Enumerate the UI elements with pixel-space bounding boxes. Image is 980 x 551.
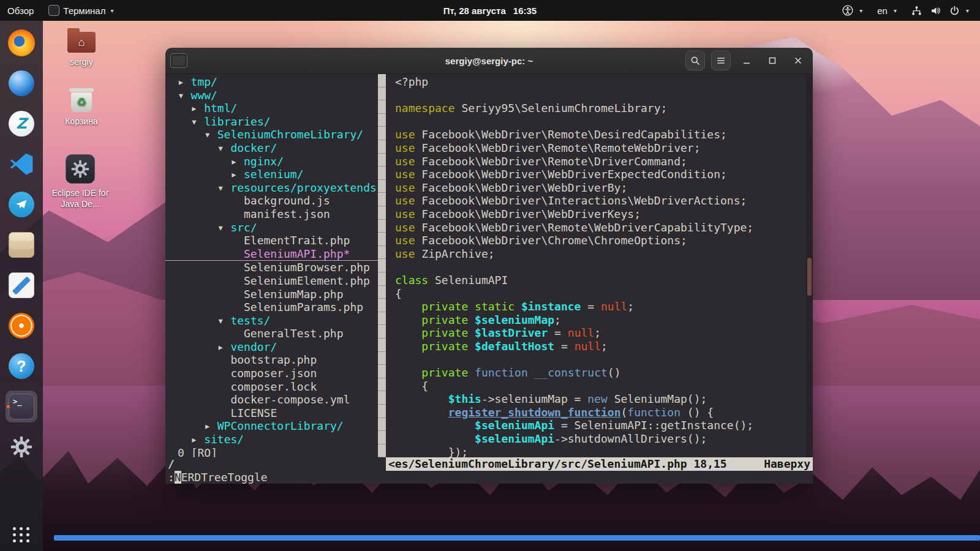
tree-item-tests[interactable]: ▾tests/ bbox=[165, 314, 378, 328]
tree-item-seleniumelement-php[interactable]: SeleniumElement.php bbox=[165, 274, 378, 288]
gear-icon bbox=[10, 436, 32, 458]
tree-item-seleniumapi-php[interactable]: SeleniumAPI.php* bbox=[165, 247, 378, 261]
titlebar[interactable]: sergiy@sergiy-pc: ~ bbox=[165, 48, 813, 74]
tree-item-docker[interactable]: ▾docker/ bbox=[165, 141, 378, 155]
vim-command-line[interactable]: :NERDTreeToggle bbox=[165, 471, 813, 484]
chevron-right-icon[interactable]: ▸ bbox=[178, 75, 191, 89]
chevron-down-icon[interactable]: ▾ bbox=[191, 115, 205, 129]
desktop-icon-trash[interactable]: ♻ Корзина bbox=[43, 88, 119, 127]
search-button[interactable] bbox=[685, 51, 705, 70]
tree-item-seleniummap-php[interactable]: SeleniumMap.php bbox=[165, 288, 378, 301]
dock-terminal[interactable]: >_ bbox=[6, 391, 37, 422]
tree-item-background-js[interactable]: background.js bbox=[165, 194, 378, 208]
maximize-button[interactable] bbox=[763, 51, 782, 70]
chevron-down-icon[interactable]: ▾ bbox=[178, 89, 191, 102]
chevron-down-icon[interactable]: ▾ bbox=[217, 181, 231, 195]
tree-item-label: sites/ bbox=[204, 433, 244, 446]
dock-telegram[interactable] bbox=[6, 189, 37, 220]
menu-button[interactable] bbox=[711, 51, 731, 70]
split-separator[interactable] bbox=[378, 74, 386, 457]
editor-statusline: <es/SeleniumChromeLibrary/src/SeleniumAP… bbox=[386, 457, 813, 471]
tree-item-selenium[interactable]: ▸selenium/ bbox=[165, 168, 378, 181]
bottom-window-edge[interactable] bbox=[54, 535, 980, 541]
close-button[interactable] bbox=[788, 51, 808, 70]
keyboard-layout-menu[interactable]: en ▾ bbox=[870, 0, 904, 21]
dock-browser-sphere[interactable] bbox=[6, 67, 37, 99]
tree-item-bootstrap-php[interactable]: bootstrap.php bbox=[165, 353, 378, 367]
dock-files[interactable] bbox=[6, 229, 37, 261]
scrollbar-track[interactable] bbox=[806, 74, 813, 457]
tree-item-libraries[interactable]: ▾libraries/ bbox=[165, 115, 378, 129]
tree-item-label: background.js bbox=[244, 194, 330, 207]
tree-item-nginx[interactable]: ▸nginx/ bbox=[165, 155, 378, 168]
telegram-icon bbox=[9, 192, 34, 217]
chevron-down-icon[interactable]: ▾ bbox=[204, 128, 217, 141]
tree-item-manifest-json[interactable]: manifest.json bbox=[165, 208, 378, 221]
chevron-right-icon[interactable]: ▸ bbox=[217, 340, 231, 354]
tree-item-seleniumparams-php[interactable]: SeleniumParams.php bbox=[165, 301, 378, 314]
tree-item-composer-lock[interactable]: composer.lock bbox=[165, 380, 378, 394]
tree-item-resources-proxyextends[interactable]: ▾resources/proxyextends bbox=[165, 181, 378, 195]
tree-item-composer-json[interactable]: composer.json bbox=[165, 367, 378, 380]
tree-item-license[interactable]: LICENSE bbox=[165, 407, 378, 420]
accessibility-menu[interactable]: ▾ bbox=[835, 0, 870, 21]
chevron-right-icon[interactable]: ▸ bbox=[191, 102, 205, 115]
chevron-right-icon[interactable]: ▸ bbox=[204, 419, 217, 433]
chevron-down-icon[interactable]: ▾ bbox=[217, 141, 231, 155]
vim-statusline: / <es/SeleniumChromeLibrary/src/Selenium… bbox=[165, 457, 813, 471]
activities-button[interactable]: Обзор bbox=[0, 0, 41, 21]
chevron-right-icon[interactable]: ▸ bbox=[191, 433, 205, 446]
command-prefix: : bbox=[168, 471, 175, 484]
chevron-right-icon[interactable]: ▸ bbox=[230, 155, 244, 168]
chevron-down-icon[interactable]: ▾ bbox=[217, 314, 231, 328]
eclipse-gear-icon bbox=[66, 154, 95, 184]
tree-item-elementtrait-php[interactable]: ElementTrait.php bbox=[165, 234, 378, 247]
tree-item-html[interactable]: ▸html/ bbox=[165, 102, 378, 115]
tree-item-wpconnectorlibrary[interactable]: ▸WPConnectorLibrary/ bbox=[165, 419, 378, 433]
tree-item-seleniumbrowser-php[interactable]: SeleniumBrowser.php bbox=[165, 261, 378, 274]
network-icon bbox=[911, 6, 922, 16]
dock-help[interactable]: ? bbox=[6, 350, 37, 382]
tree-item-src[interactable]: ▾src/ bbox=[165, 221, 378, 234]
code-line: use Facebook\WebDriver\Remote\DesiredCap… bbox=[395, 128, 806, 141]
editor-pane[interactable]: <?php namespace Seriyy95\SeleniumChromeL… bbox=[386, 74, 806, 457]
tree-item-label: SeleniumMap.php bbox=[244, 288, 344, 301]
dock-vscode[interactable] bbox=[6, 148, 37, 180]
scrollbar-thumb[interactable] bbox=[807, 258, 812, 296]
clock[interactable]: Пт, 28 августа 16:35 bbox=[443, 0, 537, 21]
show-applications-button[interactable] bbox=[13, 527, 30, 542]
dock-firefox[interactable] bbox=[6, 27, 37, 59]
app-menu[interactable]: Терминал ▾ bbox=[41, 0, 121, 21]
dock-document-viewer[interactable] bbox=[6, 269, 37, 301]
desktop-icon-label: Eclipse IDE for Java De... bbox=[46, 187, 115, 209]
tree-item-tmp[interactable]: ▸tmp/ bbox=[165, 75, 378, 89]
tree-item-seleniumchromelibrary[interactable]: ▾SeleniumChromeLibrary/ bbox=[165, 128, 378, 141]
desktop-icon-eclipse[interactable]: Eclipse IDE for Java De... bbox=[42, 154, 118, 209]
maximize-icon bbox=[768, 56, 777, 65]
code-line: private $seleniumMap; bbox=[395, 313, 806, 327]
terminal-icon: >_ bbox=[9, 394, 34, 419]
tree-item-label: SeleniumAPI.php* bbox=[244, 247, 350, 260]
code-line: private static $instance = null; bbox=[395, 300, 806, 313]
chevron-right-icon[interactable]: ▸ bbox=[230, 168, 244, 181]
desktop-icon-home[interactable]: ⌂ sergiy bbox=[43, 26, 119, 67]
tree-item-generaltest-php[interactable]: GeneralTest.php bbox=[165, 327, 378, 340]
chevron-down-icon[interactable]: ▾ bbox=[217, 221, 231, 234]
system-menu[interactable]: ▾ bbox=[904, 0, 976, 21]
tree-item-docker-compose-yml[interactable]: docker-compose.yml bbox=[165, 393, 378, 407]
search-icon bbox=[690, 56, 700, 66]
new-tab-icon[interactable] bbox=[170, 53, 187, 68]
tree-item-label: selenium/ bbox=[244, 168, 304, 181]
terminal-mini-icon bbox=[48, 5, 59, 16]
nerdtree-pane[interactable]: ▸tmp/▾www/▸html/▾libraries/▾SeleniumChro… bbox=[165, 74, 378, 457]
dock-media-player[interactable] bbox=[6, 310, 37, 342]
tree-item-label: html/ bbox=[204, 102, 237, 114]
dock-settings[interactable] bbox=[6, 431, 37, 463]
tree-item-www[interactable]: ▾www/ bbox=[165, 89, 378, 102]
dock-z-app[interactable]: Z bbox=[6, 108, 37, 140]
cursor-block: N bbox=[175, 471, 181, 484]
tree-item-sites[interactable]: ▸sites/ bbox=[165, 433, 378, 446]
chevron-down-icon: ▾ bbox=[966, 7, 969, 14]
tree-item-vendor[interactable]: ▸vendor/ bbox=[165, 340, 378, 354]
minimize-button[interactable] bbox=[737, 51, 756, 70]
